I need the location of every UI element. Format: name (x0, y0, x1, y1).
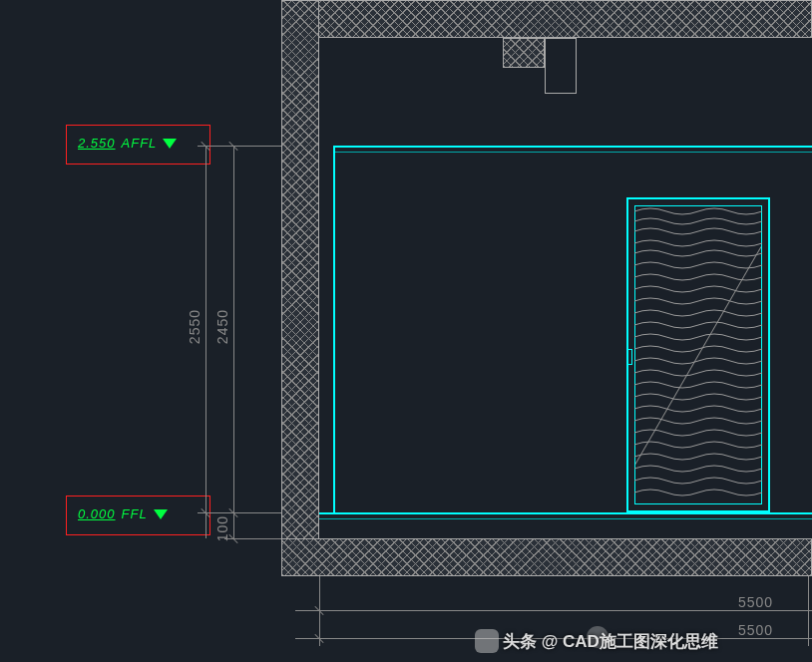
dim-line-inner (233, 146, 234, 538)
door-handle (626, 349, 632, 365)
wall-section-left (281, 0, 319, 576)
floor-line-2 (319, 518, 812, 519)
elevation-label: FFL (122, 506, 148, 521)
cad-drawing-canvas[interactable]: 2.550 AFFL 0.000 FFL 2550 2450 100 5500 … (0, 0, 812, 662)
toutiao-logo-icon (475, 629, 499, 653)
elevation-value: 0.000 (78, 506, 116, 521)
wall-section-bottom (281, 538, 812, 576)
dim-text-ceiling: 2450 (214, 309, 230, 344)
wall-section-top (281, 0, 812, 38)
dim-line-overall (205, 146, 206, 538)
dim-text-h-inner: 5500 (738, 594, 773, 610)
floor-finish-line (319, 512, 812, 514)
dim-text-overall: 2550 (187, 309, 203, 344)
watermark-toutiao: 头条 @ CAD施工图深化思维 (503, 630, 718, 653)
dim-ext-line (808, 576, 809, 646)
elevation-value: 2.550 (78, 136, 116, 151)
dim-line-h-inner (295, 610, 812, 611)
dim-text-h-overall: 5500 (738, 622, 773, 638)
elevation-label: AFFL (122, 136, 158, 151)
triangle-down-icon (154, 509, 168, 519)
dim-ext-line (198, 512, 281, 513)
elevation-marker-top: 2.550 AFFL (78, 136, 177, 151)
elevation-marker-bottom: 0.000 FFL (78, 506, 168, 521)
door-woodgrain (634, 205, 762, 504)
wall-finish-line (333, 146, 335, 514)
dim-ext-line (198, 146, 281, 147)
dim-text-slab: 100 (214, 515, 230, 541)
triangle-down-icon (163, 139, 177, 149)
ceiling-line-2 (335, 152, 812, 153)
beam-outline (545, 38, 577, 94)
beam-section (503, 38, 545, 68)
ceiling-line (333, 146, 812, 148)
